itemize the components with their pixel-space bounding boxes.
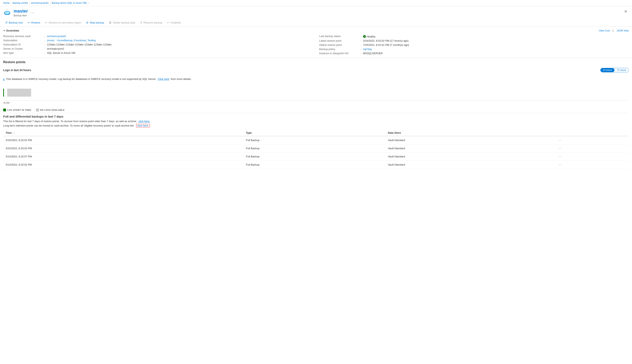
restore-secondary-label: Restore to secondary region: [49, 21, 81, 24]
row-menu-cell: ···: [555, 144, 629, 152]
essentials-right: Last backup status : Healthy Latest rest…: [319, 34, 629, 56]
page-header: master Backup Item ··· ✕: [0, 6, 632, 18]
subscription-value: (move) : AzureBackup_Functional_Testing: [47, 39, 96, 42]
policy-value: sql7day: [363, 48, 372, 50]
col-actions: [555, 130, 629, 136]
breadcrumb-vault[interactable]: archiveccyvault1: [31, 2, 49, 4]
delete-backup-button[interactable]: 🗑 Delete backup data: [107, 20, 137, 25]
restore-secondary-button[interactable]: ↩ Restore to secondary region: [43, 20, 83, 25]
view-cost-link[interactable]: View Cost: [599, 29, 610, 32]
legend-no-logs: NO LOGS AVAILABLE: [36, 108, 65, 111]
row-menu-button[interactable]: ···: [558, 163, 562, 167]
header-more-menu[interactable]: ···: [30, 10, 35, 16]
info-click-here-link[interactable]: Click here: [158, 78, 169, 80]
table-row: 3/13/2022, 8:32:02 PM Full Backup Vault-…: [3, 160, 629, 169]
table-row: 3/14/2022, 8:32:57 PM Full Backup Vault-…: [3, 152, 629, 160]
chart-timeline: 30 AM: [3, 85, 629, 100]
row-menu-button[interactable]: ···: [558, 138, 562, 142]
restore-points-section: Restore points: [0, 58, 632, 64]
undelete-button[interactable]: ↩ Undelete: [165, 20, 183, 25]
sub-id-label: Subscription ID: [3, 43, 43, 46]
sort-icon: ↑↓: [13, 132, 15, 134]
restore-points-heading: Restore points: [3, 60, 629, 64]
breadcrumb-backup-items[interactable]: Backup Items (SQL in Azure VM): [52, 2, 87, 4]
toolbar: ↺ Backup now ↩ Restore ↩ Restore to seco…: [0, 18, 632, 27]
page-title: master: [14, 8, 28, 14]
row-time: 3/14/2022, 8:32:57 PM: [3, 152, 243, 160]
vault-link[interactable]: archiveccyvault1: [47, 35, 66, 38]
full-backups-heading: Full and differential backups in last 7 …: [3, 115, 629, 118]
col-time-label: Time: [6, 131, 12, 134]
chart-area: 30 AM: [0, 83, 632, 102]
item-type-label: Item type: [3, 52, 43, 54]
time-72h-button[interactable]: 72 hours: [614, 68, 628, 72]
subscription-link[interactable]: AzureBackup_Functional_Testing: [57, 39, 96, 42]
status-healthy-text: Healthy: [367, 35, 375, 38]
row-time: 3/13/2022, 8:32:02 PM: [3, 160, 243, 169]
row-data-store: Vault-Standard: [386, 160, 555, 169]
backup-now-icon: ↺: [5, 21, 8, 24]
essentials-row-oldest-restore: Oldest restore point : 7/25/2021, 8:31:5…: [319, 43, 629, 47]
row-time: 3/15/2022, 8:33:02 PM: [3, 144, 243, 152]
policy-label: Backup policy: [319, 48, 359, 50]
essentials-row-latest-restore: Latest restore point : 3/16/2022, 8:32:0…: [319, 39, 629, 43]
breadcrumb-home[interactable]: Home: [3, 2, 10, 4]
essentials-row-sub-id: Subscription ID : 123abc-123abc-123abc-1…: [3, 42, 313, 46]
backup-status-value: Healthy: [363, 35, 375, 38]
row-data-store: Vault-Standard: [386, 152, 555, 160]
close-button[interactable]: ✕: [623, 8, 629, 14]
col-time[interactable]: Time ↑↓: [3, 130, 243, 136]
essentials-toggle[interactable]: ▼ Essentials: [3, 29, 19, 32]
instance-value: MSSQLSERVER: [363, 52, 383, 55]
backup-now-label: Backup now: [9, 21, 23, 24]
info-message-suffix: from more details.: [171, 78, 191, 80]
row-menu-button[interactable]: ···: [558, 146, 562, 150]
legend-area: LOG (POINT IN TIME) NO LOGS AVAILABLE: [0, 104, 632, 113]
undelete-label: Undelete: [171, 21, 181, 24]
row-menu-cell: ···: [555, 136, 629, 144]
subscription-label: Subscription: [3, 39, 43, 42]
backup-table: Time ↑↓ Type Data Store 3/16/2022, 8:32:…: [3, 130, 629, 169]
latest-restore-label: Latest restore point: [319, 39, 359, 42]
essentials-section: ▼ Essentials View Cost | JSON View Recov…: [0, 27, 632, 58]
essentials-left: Recovery services vault : archiveccyvaul…: [3, 34, 313, 56]
latest-restore-value: 3/16/2022, 8:32:02 PM (17 hour(s) ago): [363, 39, 408, 42]
time-24h-button[interactable]: 24 hours: [600, 68, 615, 72]
row-type: Full Backup: [243, 152, 385, 160]
essentials-row-subscription: Subscription : (move) : AzureBackup_Func…: [3, 38, 313, 42]
filter-info: This list is filtered for last 7 days of…: [3, 120, 629, 123]
status-healthy-icon: [363, 35, 366, 38]
row-data-store: Vault-Standard: [386, 136, 555, 144]
breadcrumb: Home › Backup center › archiveccyvault1 …: [0, 0, 632, 6]
restore-label: Restore: [31, 21, 41, 24]
resume-backup-button[interactable]: ↺ Resume backup: [138, 20, 164, 25]
legend-log-label: LOG (POINT IN TIME): [7, 109, 31, 111]
row-type: Full Backup: [243, 136, 385, 144]
move-link[interactable]: (move): [47, 39, 55, 42]
row-menu-button[interactable]: ···: [558, 154, 562, 158]
sub-id-value: 123abc-123abc-123abc-123abc-123abc-123ab…: [47, 43, 112, 46]
logs-section: Logs in last 24 hours 24 hours 72 hours: [0, 66, 632, 76]
instance-label: Instance or AlwaysOn AG: [319, 52, 359, 55]
stop-backup-button[interactable]: ⊘ Stop backup: [84, 20, 106, 25]
info-message-prefix: This database is in SIMPLE recovery mode…: [6, 78, 156, 80]
time-toggle: 24 hours 72 hours: [600, 68, 629, 72]
full-backups-section: Full and differential backups in last 7 …: [0, 113, 632, 170]
restore-button[interactable]: ↩ Restore: [26, 20, 43, 25]
col-data-store: Data Store: [386, 130, 555, 136]
policy-link[interactable]: sql7day: [363, 48, 372, 50]
restore-secondary-icon: ↩: [45, 21, 48, 24]
row-menu-cell: ···: [555, 152, 629, 160]
filter-link1[interactable]: click here.: [138, 120, 150, 123]
vault-value: archiveccyvault1: [47, 35, 66, 38]
row-menu-cell: ···: [555, 160, 629, 169]
logs-heading: Logs in last 24 hours: [3, 68, 31, 72]
retention-link[interactable]: click here.: [136, 124, 150, 127]
backup-now-button[interactable]: ↺ Backup now: [3, 20, 25, 25]
breadcrumb-backup-center[interactable]: Backup center: [13, 2, 28, 4]
server-label: Server or Cluster: [3, 47, 43, 50]
filter-text-prefix: This list is filtered for last 7 days of…: [3, 120, 137, 123]
delete-backup-label: Delete backup data: [113, 21, 135, 24]
json-view-link[interactable]: JSON View: [617, 29, 629, 32]
undelete-icon: ↩: [167, 21, 170, 24]
